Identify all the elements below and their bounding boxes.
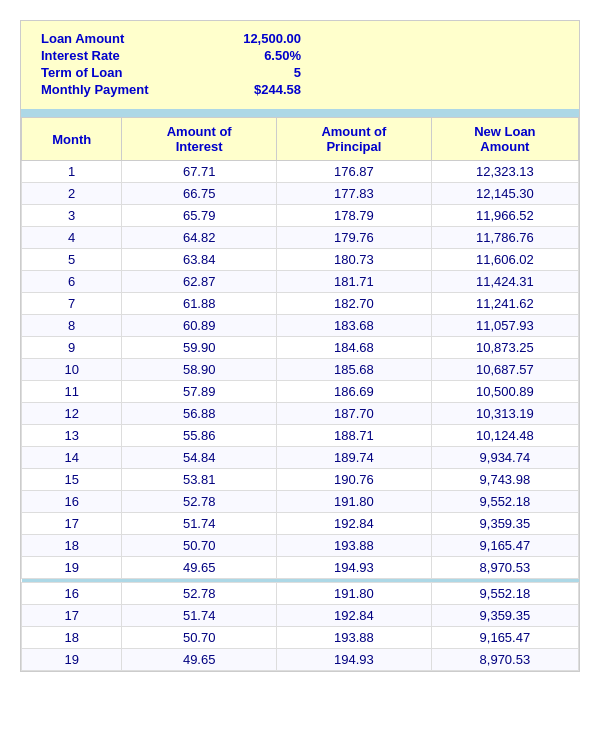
cell-interest: 67.71 bbox=[122, 161, 277, 183]
cell-principal: 193.88 bbox=[277, 627, 432, 649]
cell-balance: 10,124.48 bbox=[431, 425, 578, 447]
cell-principal: 187.70 bbox=[277, 403, 432, 425]
cell-balance: 10,313.19 bbox=[431, 403, 578, 425]
cell-interest: 49.65 bbox=[122, 557, 277, 579]
cell-interest: 59.90 bbox=[122, 337, 277, 359]
monthly-payment-row: Monthly Payment $244.58 bbox=[41, 82, 559, 97]
interest-rate-row: Interest Rate 6.50% bbox=[41, 48, 559, 63]
cell-balance: 11,241.62 bbox=[431, 293, 578, 315]
cell-month: 12 bbox=[22, 403, 122, 425]
cell-interest: 51.74 bbox=[122, 605, 277, 627]
table-row: 17 51.74 192.84 9,359.35 bbox=[22, 605, 579, 627]
cell-interest: 53.81 bbox=[122, 469, 277, 491]
monthly-payment-value: $244.58 bbox=[201, 82, 301, 97]
table-row: 16 52.78 191.80 9,552.18 bbox=[22, 491, 579, 513]
cell-month: 14 bbox=[22, 447, 122, 469]
table-row: 14 54.84 189.74 9,934.74 bbox=[22, 447, 579, 469]
cell-month: 7 bbox=[22, 293, 122, 315]
table-row: 17 51.74 192.84 9,359.35 bbox=[22, 513, 579, 535]
cell-balance: 9,359.35 bbox=[431, 513, 578, 535]
cell-principal: 190.76 bbox=[277, 469, 432, 491]
loan-amount-row: Loan Amount 12,500.00 bbox=[41, 31, 559, 46]
cell-month: 19 bbox=[22, 649, 122, 671]
cell-interest: 65.79 bbox=[122, 205, 277, 227]
cell-principal: 185.68 bbox=[277, 359, 432, 381]
cell-interest: 60.89 bbox=[122, 315, 277, 337]
cell-balance: 10,500.89 bbox=[431, 381, 578, 403]
cell-balance: 9,743.98 bbox=[431, 469, 578, 491]
table-row: 3 65.79 178.79 11,966.52 bbox=[22, 205, 579, 227]
cell-month: 18 bbox=[22, 535, 122, 557]
cell-principal: 191.80 bbox=[277, 583, 432, 605]
cell-balance: 9,165.47 bbox=[431, 627, 578, 649]
table-row: 10 58.90 185.68 10,687.57 bbox=[22, 359, 579, 381]
cell-principal: 183.68 bbox=[277, 315, 432, 337]
table-row: 13 55.86 188.71 10,124.48 bbox=[22, 425, 579, 447]
amortization-table: Month Amount ofInterest Amount ofPrincip… bbox=[21, 117, 579, 671]
cell-month: 17 bbox=[22, 513, 122, 535]
cell-interest: 55.86 bbox=[122, 425, 277, 447]
cell-interest: 58.90 bbox=[122, 359, 277, 381]
cell-month: 5 bbox=[22, 249, 122, 271]
cell-interest: 61.88 bbox=[122, 293, 277, 315]
col-balance: New LoanAmount bbox=[431, 118, 578, 161]
cell-balance: 8,970.53 bbox=[431, 557, 578, 579]
interest-rate-value: 6.50% bbox=[201, 48, 301, 63]
cell-interest: 63.84 bbox=[122, 249, 277, 271]
cell-balance: 9,934.74 bbox=[431, 447, 578, 469]
cell-month: 19 bbox=[22, 557, 122, 579]
cell-principal: 192.84 bbox=[277, 605, 432, 627]
cell-month: 16 bbox=[22, 491, 122, 513]
cell-interest: 56.88 bbox=[122, 403, 277, 425]
cell-interest: 54.84 bbox=[122, 447, 277, 469]
cell-month: 3 bbox=[22, 205, 122, 227]
table-header-row: Month Amount ofInterest Amount ofPrincip… bbox=[22, 118, 579, 161]
cell-interest: 51.74 bbox=[122, 513, 277, 535]
cell-month: 13 bbox=[22, 425, 122, 447]
col-principal: Amount ofPrincipal bbox=[277, 118, 432, 161]
main-container: Loan Amount 12,500.00 Interest Rate 6.50… bbox=[20, 20, 580, 672]
cell-month: 15 bbox=[22, 469, 122, 491]
cell-balance: 10,873.25 bbox=[431, 337, 578, 359]
cell-month: 4 bbox=[22, 227, 122, 249]
cell-month: 9 bbox=[22, 337, 122, 359]
cell-interest: 52.78 bbox=[122, 491, 277, 513]
cell-principal: 179.76 bbox=[277, 227, 432, 249]
cell-balance: 11,606.02 bbox=[431, 249, 578, 271]
cell-balance: 9,165.47 bbox=[431, 535, 578, 557]
cell-principal: 176.87 bbox=[277, 161, 432, 183]
loan-amount-label: Loan Amount bbox=[41, 31, 201, 46]
cell-balance: 12,145.30 bbox=[431, 183, 578, 205]
cell-principal: 180.73 bbox=[277, 249, 432, 271]
cell-principal: 194.93 bbox=[277, 649, 432, 671]
col-month: Month bbox=[22, 118, 122, 161]
cell-month: 18 bbox=[22, 627, 122, 649]
cell-principal: 184.68 bbox=[277, 337, 432, 359]
cell-balance: 8,970.53 bbox=[431, 649, 578, 671]
table-row: 4 64.82 179.76 11,786.76 bbox=[22, 227, 579, 249]
cell-principal: 192.84 bbox=[277, 513, 432, 535]
table-row: 8 60.89 183.68 11,057.93 bbox=[22, 315, 579, 337]
cell-balance: 9,359.35 bbox=[431, 605, 578, 627]
cell-balance: 11,786.76 bbox=[431, 227, 578, 249]
cell-balance: 12,323.13 bbox=[431, 161, 578, 183]
monthly-payment-label: Monthly Payment bbox=[41, 82, 201, 97]
cell-month: 6 bbox=[22, 271, 122, 293]
cell-balance: 11,966.52 bbox=[431, 205, 578, 227]
table-row: 11 57.89 186.69 10,500.89 bbox=[22, 381, 579, 403]
loan-amount-value: 12,500.00 bbox=[201, 31, 301, 46]
table-row: 15 53.81 190.76 9,743.98 bbox=[22, 469, 579, 491]
info-section: Loan Amount 12,500.00 Interest Rate 6.50… bbox=[21, 21, 579, 111]
cell-principal: 191.80 bbox=[277, 491, 432, 513]
table-row: 6 62.87 181.71 11,424.31 bbox=[22, 271, 579, 293]
table-row: 16 52.78 191.80 9,552.18 bbox=[22, 583, 579, 605]
table-row: 1 67.71 176.87 12,323.13 bbox=[22, 161, 579, 183]
cell-month: 2 bbox=[22, 183, 122, 205]
table-row: 2 66.75 177.83 12,145.30 bbox=[22, 183, 579, 205]
col-interest: Amount ofInterest bbox=[122, 118, 277, 161]
cell-interest: 57.89 bbox=[122, 381, 277, 403]
cell-interest: 49.65 bbox=[122, 649, 277, 671]
cell-month: 10 bbox=[22, 359, 122, 381]
cell-principal: 189.74 bbox=[277, 447, 432, 469]
table-row: 18 50.70 193.88 9,165.47 bbox=[22, 627, 579, 649]
